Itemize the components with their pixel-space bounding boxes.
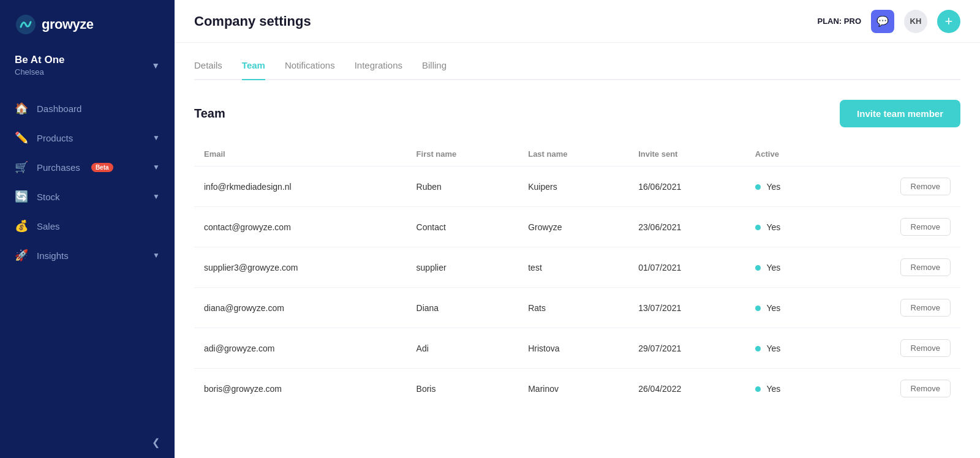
cell-email: boris@growyze.com bbox=[194, 369, 407, 409]
company-sub: Chelsea bbox=[15, 67, 65, 77]
cell-active: Yes bbox=[745, 369, 829, 409]
sales-icon: 💰 bbox=[15, 219, 28, 233]
remove-button[interactable]: Remove bbox=[900, 218, 951, 236]
chevron-icon: ▼ bbox=[153, 192, 160, 201]
sidebar-item-products[interactable]: ✏️ Products ▼ bbox=[0, 123, 175, 152]
invite-team-member-button[interactable]: Invite team member bbox=[840, 100, 960, 127]
company-name: Be At One bbox=[15, 54, 65, 66]
main-content: Company settings PLAN: PRO 💬 KH + Detail… bbox=[175, 0, 980, 458]
remove-button[interactable]: Remove bbox=[900, 178, 951, 195]
purchases-icon: 🛒 bbox=[15, 160, 28, 174]
table-row: diana@growyze.com Diana Rats 13/07/2021 … bbox=[194, 288, 960, 328]
sidebar-item-stock[interactable]: 🔄 Stock ▼ bbox=[0, 182, 175, 211]
plus-icon: + bbox=[945, 13, 953, 29]
cell-last-name: Marinov bbox=[518, 369, 628, 409]
beta-badge: Beta bbox=[91, 163, 113, 172]
sidebar-item-dashboard[interactable]: 🏠 Dashboard bbox=[0, 94, 175, 123]
table-row: contact@growyze.com Contact Growyze 23/0… bbox=[194, 207, 960, 247]
table-row: boris@growyze.com Boris Marinov 26/04/20… bbox=[194, 369, 960, 409]
cell-first-name: Contact bbox=[407, 207, 519, 247]
page-title: Company settings bbox=[194, 13, 311, 29]
cell-action: Remove bbox=[829, 369, 960, 409]
plan-name: PRO bbox=[844, 17, 861, 26]
stock-icon: 🔄 bbox=[15, 190, 28, 203]
active-status: Yes bbox=[767, 182, 781, 192]
sidebar-item-sales[interactable]: 💰 Sales bbox=[0, 211, 175, 241]
cell-first-name: supplier bbox=[407, 247, 519, 288]
cell-first-name: Diana bbox=[407, 288, 519, 328]
status-dot bbox=[755, 346, 761, 351]
team-table: Email First name Last name Invite sent A… bbox=[194, 142, 960, 408]
table-row: info@rkmediadesign.nl Ruben Kuipers 16/0… bbox=[194, 167, 960, 207]
chevron-icon: ▼ bbox=[153, 251, 160, 260]
col-active: Active bbox=[745, 142, 829, 167]
avatar[interactable]: KH bbox=[904, 10, 927, 33]
cell-invite-sent: 29/07/2021 bbox=[628, 328, 745, 369]
status-dot bbox=[755, 225, 761, 230]
cell-active: Yes bbox=[745, 288, 829, 328]
sidebar-collapse-button[interactable]: ❮ bbox=[0, 427, 175, 458]
cell-last-name: Rats bbox=[518, 288, 628, 328]
cell-action: Remove bbox=[829, 328, 960, 369]
active-status: Yes bbox=[767, 384, 781, 394]
messages-button[interactable]: 💬 bbox=[871, 10, 894, 33]
remove-button[interactable]: Remove bbox=[900, 380, 951, 397]
cell-email: contact@growyze.com bbox=[194, 207, 407, 247]
cell-active: Yes bbox=[745, 167, 829, 207]
header: Company settings PLAN: PRO 💬 KH + bbox=[175, 0, 980, 43]
company-selector[interactable]: Be At One Chelsea ▼ bbox=[0, 47, 175, 89]
tab-integrations[interactable]: Integrations bbox=[355, 60, 402, 79]
team-title: Team bbox=[194, 107, 225, 121]
cell-invite-sent: 13/07/2021 bbox=[628, 288, 745, 328]
tabs: Details Team Notifications Integrations … bbox=[194, 60, 960, 80]
sidebar-item-label: Stock bbox=[37, 192, 60, 202]
active-status: Yes bbox=[767, 303, 781, 313]
remove-button[interactable]: Remove bbox=[900, 339, 951, 357]
cell-action: Remove bbox=[829, 288, 960, 328]
cell-action: Remove bbox=[829, 207, 960, 247]
cell-last-name: Kuipers bbox=[518, 167, 628, 207]
sidebar-item-label: Sales bbox=[37, 221, 60, 231]
products-icon: ✏️ bbox=[15, 131, 28, 145]
content-area: Details Team Notifications Integrations … bbox=[175, 43, 980, 458]
plan-label: PLAN: bbox=[817, 17, 842, 26]
cell-active: Yes bbox=[745, 328, 829, 369]
cell-invite-sent: 01/07/2021 bbox=[628, 247, 745, 288]
sidebar-item-label: Dashboard bbox=[37, 103, 81, 114]
sidebar-item-label: Insights bbox=[37, 250, 69, 261]
sidebar-item-label: Purchases bbox=[37, 162, 80, 173]
remove-button[interactable]: Remove bbox=[900, 258, 951, 276]
logo[interactable]: growyze bbox=[0, 0, 175, 47]
chevron-icon: ▼ bbox=[153, 133, 160, 142]
cell-invite-sent: 16/06/2021 bbox=[628, 167, 745, 207]
table-body: info@rkmediadesign.nl Ruben Kuipers 16/0… bbox=[194, 167, 960, 409]
remove-button[interactable]: Remove bbox=[900, 299, 951, 317]
tab-notifications[interactable]: Notifications bbox=[285, 60, 335, 79]
team-header: Team Invite team member bbox=[194, 100, 960, 127]
tab-billing[interactable]: Billing bbox=[422, 60, 447, 79]
sidebar-item-insights[interactable]: 🚀 Insights ▼ bbox=[0, 241, 175, 270]
col-invite-sent: Invite sent bbox=[628, 142, 745, 167]
active-status: Yes bbox=[767, 344, 781, 353]
cell-email: info@rkmediadesign.nl bbox=[194, 167, 407, 207]
tab-team[interactable]: Team bbox=[242, 60, 265, 79]
cell-email: adi@growyze.com bbox=[194, 328, 407, 369]
cell-active: Yes bbox=[745, 207, 829, 247]
tab-details[interactable]: Details bbox=[194, 60, 222, 79]
logo-text: growyze bbox=[42, 17, 94, 32]
table-header: Email First name Last name Invite sent A… bbox=[194, 142, 960, 167]
cell-first-name: Ruben bbox=[407, 167, 519, 207]
sidebar-item-label: Products bbox=[37, 133, 73, 143]
status-dot bbox=[755, 184, 761, 190]
add-button[interactable]: + bbox=[937, 10, 960, 33]
sidebar-nav: 🏠 Dashboard ✏️ Products ▼ 🛒 Purchases Be… bbox=[0, 89, 175, 427]
cell-action: Remove bbox=[829, 167, 960, 207]
col-last-name: Last name bbox=[518, 142, 628, 167]
table-row: supplier3@growyze.com supplier test 01/0… bbox=[194, 247, 960, 288]
active-status: Yes bbox=[767, 263, 781, 272]
sidebar-item-purchases[interactable]: 🛒 Purchases Beta ▼ bbox=[0, 152, 175, 182]
cell-active: Yes bbox=[745, 247, 829, 288]
status-dot bbox=[755, 265, 761, 271]
status-dot bbox=[755, 306, 761, 311]
cell-action: Remove bbox=[829, 247, 960, 288]
